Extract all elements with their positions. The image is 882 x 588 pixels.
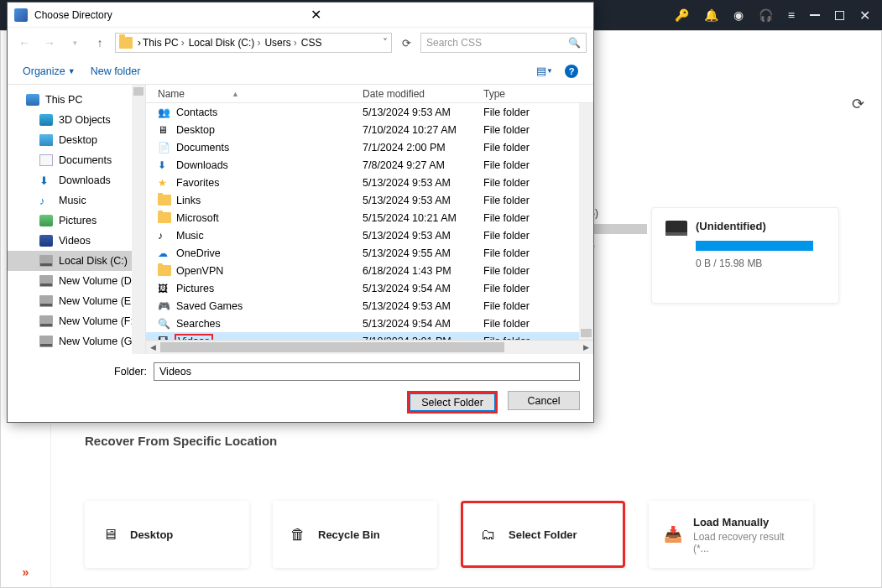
breadcrumb-item[interactable]: Local Disk (C:) <box>189 37 264 49</box>
expand-icon[interactable]: » <box>23 565 29 579</box>
row-icon <box>158 195 171 206</box>
organize-button[interactable]: Organize ▼ <box>23 65 76 77</box>
row-type: File folder <box>483 230 593 242</box>
view-icon[interactable]: ▤▼ <box>536 65 553 77</box>
tree-item[interactable]: ⬇Downloads <box>8 170 145 190</box>
tree-item[interactable]: Videos <box>8 231 145 251</box>
file-row[interactable]: 👥Contacts5/13/2024 9:53 AMFile folder <box>146 103 593 121</box>
file-hscrollbar[interactable]: ◀▶ <box>146 340 593 354</box>
forward-icon[interactable]: → <box>39 33 60 53</box>
file-row[interactable]: 🖼Pictures5/13/2024 9:54 AMFile folder <box>146 279 593 297</box>
bell-icon[interactable]: 🔔 <box>704 8 718 22</box>
file-row[interactable]: OpenVPN6/18/2024 1:43 PMFile folder <box>146 262 593 279</box>
recent-icon[interactable]: ▾ <box>65 33 85 53</box>
row-type: File folder <box>483 318 593 330</box>
tree-item[interactable]: This PC <box>8 90 145 110</box>
tree-icon <box>39 154 53 166</box>
tree-label: Local Disk (C:) <box>59 255 128 267</box>
location-card[interactable]: 🗂Select Folder <box>461 501 625 568</box>
file-list: Name▲ Date modified Type 👥Contacts5/13/2… <box>146 85 593 354</box>
tree-label: 3D Objects <box>59 114 111 126</box>
nav-row: ← → ▾ ↑ › This PC Local Disk (C:) Users … <box>8 28 593 58</box>
up-icon[interactable]: ↑ <box>90 33 110 53</box>
row-date: 7/1/2024 2:00 PM <box>363 142 483 154</box>
tree-label: New Volume (G:) <box>59 336 138 347</box>
tree-item[interactable]: Documents <box>8 150 145 170</box>
breadcrumb-item[interactable]: This PC <box>143 37 187 49</box>
row-icon <box>158 212 171 223</box>
breadcrumb-dropdown-icon[interactable]: ˅ <box>383 37 388 49</box>
file-row[interactable]: ★Favorites5/13/2024 9:53 AMFile folder <box>146 174 593 191</box>
tree-item[interactable]: New Volume (F:) <box>8 311 145 331</box>
row-type: File folder <box>483 159 593 171</box>
tree-scrollbar[interactable] <box>132 85 145 354</box>
file-row[interactable]: 🖥Desktop7/10/2024 10:27 AMFile folder <box>146 121 593 138</box>
file-row[interactable]: 🎞Videos7/10/2024 3:01 PMFile folder <box>146 332 593 340</box>
minimize-icon[interactable] <box>810 14 820 16</box>
file-row[interactable]: Microsoft5/15/2024 10:21 AMFile folder <box>146 209 593 226</box>
card-sub: Load recovery result (*... <box>693 531 798 554</box>
tree-item[interactable]: New Volume (E:) <box>8 291 145 311</box>
tree-item[interactable]: Local Disk (C:) <box>8 251 145 271</box>
row-icon: 📄 <box>158 142 171 154</box>
maximize-icon[interactable] <box>835 11 844 20</box>
col-name[interactable]: Name▲ <box>146 88 363 100</box>
tree-item[interactable]: 3D Objects <box>8 110 145 130</box>
row-icon: 👥 <box>158 107 171 118</box>
key-icon[interactable]: 🔑 <box>675 8 689 22</box>
tree-item[interactable]: New Volume (D:) <box>8 271 145 291</box>
file-row[interactable]: 🎮Saved Games5/13/2024 9:53 AMFile folder <box>146 297 593 315</box>
row-name: Downloads <box>176 159 228 171</box>
new-folder-button[interactable]: New folder <box>91 65 141 77</box>
col-type[interactable]: Type <box>483 88 593 100</box>
location-card[interactable]: 📥Load ManuallyLoad recovery result (*... <box>649 501 813 568</box>
row-name: OpenVPN <box>176 265 223 277</box>
peek-bar <box>588 224 647 234</box>
location-card[interactable]: 🗑Recycle Bin <box>273 501 437 568</box>
tree-item[interactable]: ♪Music <box>8 190 145 211</box>
tree-icon <box>39 275 53 287</box>
tree-icon <box>39 235 53 247</box>
select-folder-button[interactable]: Select Folder <box>407 391 498 414</box>
breadcrumb[interactable]: › This PC Local Disk (C:) Users CSS ˅ <box>115 33 392 53</box>
breadcrumb-item[interactable]: CSS <box>301 37 322 49</box>
file-row[interactable]: ♪Music5/13/2024 9:53 AMFile folder <box>146 226 593 244</box>
cancel-button[interactable]: Cancel <box>508 391 580 410</box>
row-icon: 🖥 <box>158 124 171 136</box>
search-input[interactable]: Search CSS 🔍 <box>420 33 587 53</box>
tree-item[interactable]: Pictures <box>8 211 145 231</box>
dialog-close-icon[interactable]: ✕ <box>305 7 587 23</box>
row-icon: 🖼 <box>158 283 171 294</box>
row-name: Videos <box>175 334 213 341</box>
file-row[interactable]: Links5/13/2024 9:53 AMFile folder <box>146 191 593 209</box>
row-name: Desktop <box>176 124 215 136</box>
menu-icon[interactable]: ≡ <box>788 8 795 22</box>
breadcrumb-item[interactable]: Users <box>264 37 299 49</box>
file-row[interactable]: ⬇Downloads7/8/2024 9:27 AMFile folder <box>146 156 593 174</box>
dialog-bottom: Folder: Select Folder Cancel <box>8 354 593 422</box>
app-icon <box>14 8 28 22</box>
row-date: 6/18/2024 1:43 PM <box>363 265 483 277</box>
search-icon: 🔍 <box>568 37 581 49</box>
tree-item[interactable]: Desktop <box>8 130 145 150</box>
globe-icon[interactable]: ◉ <box>733 8 744 22</box>
location-card[interactable]: 🖥Desktop <box>85 501 249 568</box>
drive-card-unidentified[interactable]: (Unidentified) 0 B / 15.98 MB <box>651 207 839 304</box>
row-type: File folder <box>483 265 593 277</box>
headphones-icon[interactable]: 🎧 <box>759 8 773 22</box>
tree-item[interactable]: New Volume (G:) <box>8 331 145 351</box>
refresh-icon[interactable]: ⟳ <box>397 34 415 52</box>
file-row[interactable]: ☁OneDrive5/13/2024 9:55 AMFile folder <box>146 244 593 262</box>
row-icon: ☁ <box>158 247 171 259</box>
close-icon[interactable]: ✕ <box>859 8 870 23</box>
tree-icon: ♪ <box>39 195 53 206</box>
section-label: Recover From Specific Location <box>85 434 277 448</box>
folder-input[interactable] <box>154 362 580 381</box>
help-icon[interactable]: ? <box>565 65 578 78</box>
file-vscrollbar[interactable] <box>579 103 593 340</box>
file-row[interactable]: 📄Documents7/1/2024 2:00 PMFile folder <box>146 138 593 156</box>
file-row[interactable]: 🔍Searches5/13/2024 9:54 AMFile folder <box>146 315 593 332</box>
refresh-icon[interactable]: ⟳ <box>852 95 864 113</box>
col-date[interactable]: Date modified <box>363 88 483 100</box>
back-icon[interactable]: ← <box>14 33 34 53</box>
